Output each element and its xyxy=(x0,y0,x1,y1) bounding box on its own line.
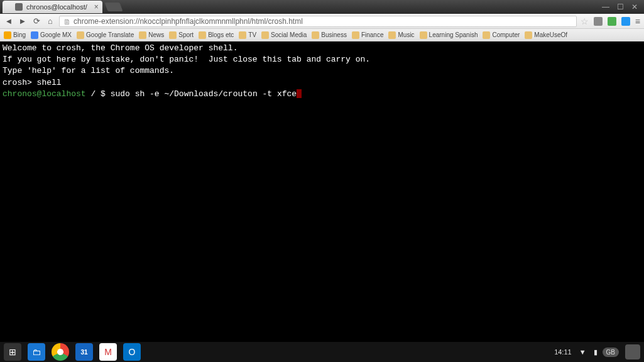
folder-icon xyxy=(77,31,84,39)
reload-button[interactable]: ⟳ xyxy=(31,16,41,26)
bookmark-star-icon[interactable]: ☆ xyxy=(581,16,589,26)
shell-path: / $ xyxy=(86,89,111,99)
bookmark-learning-spanish[interactable]: Learning Spanish xyxy=(420,31,478,39)
tab-bar: chronos@localhost/ × — ☐ ✕ xyxy=(0,0,644,14)
bookmark-label: Blogs etc xyxy=(208,31,234,38)
url-input[interactable]: 🗎 chrome-extension://nkocclpinhpfnflajcl… xyxy=(59,16,577,27)
browser-tab[interactable]: chronos@localhost/ × xyxy=(3,1,102,13)
bookmarks-bar: Bing Google MX Google Translate News Spo… xyxy=(0,29,644,41)
crosh-prompt: crosh> xyxy=(3,78,37,87)
crosh-terminal[interactable]: Welcome to crosh, the Chrome OS develope… xyxy=(0,41,644,342)
google-icon xyxy=(31,31,38,39)
page-icon: 🗎 xyxy=(63,18,71,25)
extension-icon-3[interactable] xyxy=(621,17,630,26)
bookmark-label: Learning Spanish xyxy=(429,31,478,38)
bookmark-sport[interactable]: Sport xyxy=(169,31,194,39)
folder-icon xyxy=(139,31,146,39)
shell-command: sudo sh -e ~/Downloads/crouton -t xfce xyxy=(111,89,297,99)
terminal-prompt-line: crosh> shell xyxy=(3,77,641,89)
bookmark-label: Music xyxy=(398,31,414,38)
folder-icon xyxy=(352,31,359,39)
bookmark-label: Google Translate xyxy=(86,31,134,38)
folder-icon xyxy=(312,31,319,39)
folder-icon xyxy=(239,31,246,39)
bookmark-label: Sport xyxy=(178,31,194,38)
url-text: chrome-extension://nkocclpinhpfnflajclko… xyxy=(74,17,303,26)
files-app[interactable]: 🗀 xyxy=(28,343,45,361)
bookmark-label: News xyxy=(148,31,164,38)
language-indicator: GB xyxy=(603,348,619,357)
terminal-line: If you got here by mistake, don't panic!… xyxy=(3,54,641,65)
wifi-icon: ▼ xyxy=(577,348,589,356)
bookmark-label: Computer xyxy=(492,31,520,38)
bookmark-label: Business xyxy=(321,31,347,38)
home-button[interactable]: ⌂ xyxy=(45,16,55,26)
calendar-app[interactable]: 31 xyxy=(75,343,93,361)
user-avatar[interactable] xyxy=(625,344,640,359)
bookmark-makeuseof[interactable]: MakeUseOf xyxy=(525,31,567,39)
extension-icon-2[interactable] xyxy=(608,17,616,26)
bing-icon xyxy=(4,31,11,39)
bookmark-google-translate[interactable]: Google Translate xyxy=(77,31,134,39)
bookmark-label: Finance xyxy=(361,31,384,38)
folder-icon xyxy=(525,31,532,39)
tab-favicon xyxy=(15,3,23,11)
bookmark-finance[interactable]: Finance xyxy=(352,31,384,39)
folder-icon xyxy=(483,31,490,39)
tab-close-icon[interactable]: × xyxy=(94,3,99,11)
bookmark-tv[interactable]: TV xyxy=(239,31,256,39)
bookmark-news[interactable]: News xyxy=(139,31,164,39)
bookmark-label: TV xyxy=(248,31,256,38)
tab-title: chronos@localhost/ xyxy=(26,3,87,11)
chrome-menu-icon[interactable]: ≡ xyxy=(635,16,640,26)
shelf: ⊞ 🗀 31 M O 14:11 ▼ ▮ GB xyxy=(0,342,644,362)
terminal-cursor xyxy=(297,89,302,98)
bookmark-blogs[interactable]: Blogs etc xyxy=(199,31,234,39)
back-button[interactable]: ◄ xyxy=(4,16,14,26)
bookmark-label: Bing xyxy=(13,31,26,38)
bookmark-label: Social Media xyxy=(271,31,307,38)
terminal-line: Welcome to crosh, the Chrome OS develope… xyxy=(3,43,641,54)
tray-time: 14:11 xyxy=(552,348,574,356)
folder-icon xyxy=(388,31,396,39)
app-launcher[interactable]: ⊞ xyxy=(4,343,21,361)
bookmark-bing[interactable]: Bing xyxy=(4,31,26,39)
folder-icon xyxy=(420,31,427,39)
shell-user-host: chronos@localhost xyxy=(3,89,86,99)
terminal-line: Type 'help' for a list of commands. xyxy=(3,65,641,77)
forward-button[interactable]: ► xyxy=(18,16,28,26)
battery-icon: ▮ xyxy=(591,348,600,356)
url-right-icons: ☆ ≡ xyxy=(581,16,640,26)
bookmark-social-media[interactable]: Social Media xyxy=(261,31,307,39)
system-tray[interactable]: 14:11 ▼ ▮ GB xyxy=(552,344,640,359)
window-controls: — ☐ ✕ xyxy=(602,3,644,11)
folder-icon xyxy=(169,31,177,39)
new-tab-button[interactable] xyxy=(104,3,123,11)
minimize-button[interactable]: — xyxy=(602,3,609,11)
terminal-prompt-line: chronos@localhost / $ sudo sh -e ~/Downl… xyxy=(3,89,641,100)
bookmark-computer[interactable]: Computer xyxy=(483,31,520,39)
bookmark-music[interactable]: Music xyxy=(388,31,414,39)
close-window-button[interactable]: ✕ xyxy=(631,3,638,11)
outlook-app[interactable]: O xyxy=(123,343,141,361)
bookmark-label: Google MX xyxy=(40,31,72,38)
bookmark-google-mx[interactable]: Google MX xyxy=(31,31,72,39)
crosh-command: shell xyxy=(37,78,62,87)
extension-icon-1[interactable] xyxy=(594,17,603,26)
bookmark-label: MakeUseOf xyxy=(534,31,567,38)
folder-icon xyxy=(261,31,269,39)
gmail-app[interactable]: M xyxy=(99,343,117,361)
maximize-button[interactable]: ☐ xyxy=(617,3,624,11)
chrome-app[interactable] xyxy=(52,343,69,361)
folder-icon xyxy=(199,31,206,39)
url-bar: ◄ ► ⟳ ⌂ 🗎 chrome-extension://nkocclpinhp… xyxy=(0,14,644,29)
bookmark-business[interactable]: Business xyxy=(312,31,347,39)
